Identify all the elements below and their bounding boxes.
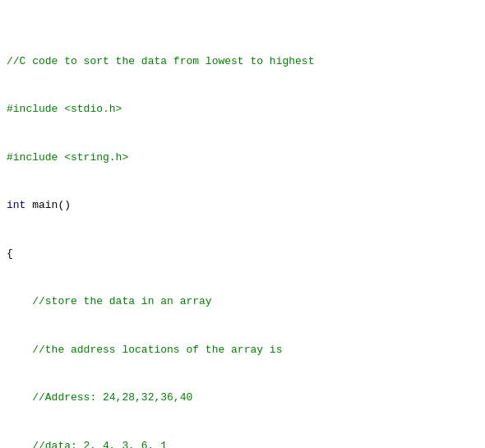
comment-2: //store the data in an array (7, 295, 212, 307)
preprocessor-1: #include <stdio.h> (7, 103, 122, 115)
preprocessor-2: #include <string.h> (7, 151, 128, 164)
code-block: //C code to sort the data from lowest to… (7, 5, 478, 448)
normal-1: main() (25, 199, 71, 211)
normal-2: { (7, 247, 13, 260)
line-2: #include <stdio.h> (7, 101, 478, 118)
code-container: //C code to sort the data from lowest to… (0, 0, 485, 448)
line-1: //C code to sort the data from lowest to… (7, 53, 478, 70)
comment-5: //data: 2, 4, 3, 6, 1 (7, 440, 167, 449)
keyword-int-1: int (7, 199, 25, 211)
line-9: //data: 2, 4, 3, 6, 1 (7, 438, 478, 449)
line-8: //Address: 24,28,32,36,40 (7, 390, 478, 406)
line-4: int main() (7, 197, 478, 214)
comment-3: //the address locations of the array is (7, 344, 282, 356)
line-6: //store the data in an array (7, 293, 478, 310)
line-5: { (7, 246, 478, 262)
line-3: #include <string.h> (7, 150, 478, 166)
line-7: //the address locations of the array is (7, 342, 478, 358)
comment-4: //Address: 24,28,32,36,40 (7, 391, 192, 404)
comment-1: //C code to sort the data from lowest to… (7, 55, 314, 67)
